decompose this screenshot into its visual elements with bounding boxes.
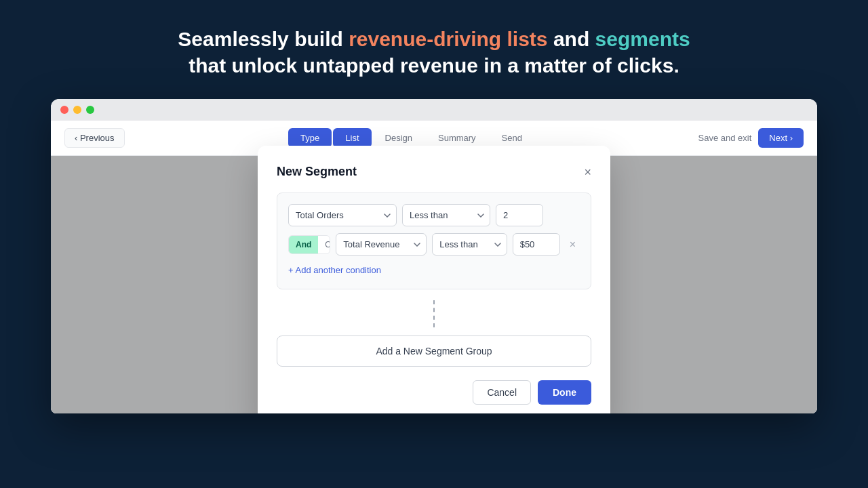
connector-line xyxy=(433,300,435,327)
browser-titlebar xyxy=(51,99,817,121)
browser-window: ‹ Previous Type List Design Summary Send… xyxy=(51,99,817,413)
hero-accent-orange: revenue-driving lists xyxy=(349,28,547,50)
tab-summary[interactable]: Summary xyxy=(426,128,488,148)
modal-header: New Segment × xyxy=(277,165,591,179)
condition1-metric-select[interactable]: Total Orders xyxy=(288,204,397,226)
add-condition-button[interactable]: + Add another condition xyxy=(288,262,381,278)
condition2-value-input[interactable] xyxy=(513,233,560,256)
window-close-dot[interactable] xyxy=(60,106,68,114)
hero-accent-teal: segments xyxy=(595,28,690,50)
hero-line1: Seamlessly build revenue-driving lists a… xyxy=(178,26,690,52)
condition-row-2: And Or Total Revenue Less than × xyxy=(288,233,580,256)
app-content: Select the conditions. Conditions. New S… xyxy=(51,156,817,413)
add-segment-group-button[interactable]: Add a New Segment Group xyxy=(277,336,591,367)
and-or-toggle: And Or xyxy=(288,235,330,254)
condition2-operator-select[interactable]: Less than xyxy=(432,233,507,256)
save-exit-button[interactable]: Save and exit xyxy=(698,133,752,143)
condition1-value-input[interactable] xyxy=(496,204,543,226)
window-maximize-dot[interactable] xyxy=(86,106,94,114)
and-button[interactable]: And xyxy=(289,236,318,253)
new-segment-modal: New Segment × Total Orders Less than xyxy=(258,146,610,413)
nav-tabs: Type List Design Summary Send xyxy=(288,128,534,148)
hero-plain-text: Seamlessly build xyxy=(178,28,349,50)
modal-title: New Segment xyxy=(277,165,357,179)
cancel-button[interactable]: Cancel xyxy=(473,380,531,405)
hero-and-text: and xyxy=(548,28,595,50)
condition-row-1: Total Orders Less than xyxy=(288,204,580,226)
hero-section: Seamlessly build revenue-driving lists a… xyxy=(164,0,703,99)
tab-type[interactable]: Type xyxy=(288,128,332,148)
hero-line2: that unlock untapped revenue in a matter… xyxy=(178,52,690,79)
segment-group: Total Orders Less than And Or xyxy=(277,192,591,289)
connector xyxy=(277,300,591,327)
next-button[interactable]: Next › xyxy=(758,128,804,148)
modal-footer: Cancel Done xyxy=(277,380,591,405)
nav-left: ‹ Previous xyxy=(64,128,125,148)
condition2-remove-button[interactable]: × xyxy=(566,237,580,252)
modal-overlay: New Segment × Total Orders Less than xyxy=(51,156,817,413)
previous-button[interactable]: ‹ Previous xyxy=(64,128,125,148)
window-minimize-dot[interactable] xyxy=(73,106,81,114)
modal-close-button[interactable]: × xyxy=(584,166,591,178)
tab-send[interactable]: Send xyxy=(490,128,534,148)
or-button[interactable]: Or xyxy=(318,236,330,253)
tab-list[interactable]: List xyxy=(333,128,371,148)
done-button[interactable]: Done xyxy=(538,380,591,405)
tab-design[interactable]: Design xyxy=(373,128,425,148)
nav-right: Save and exit Next › xyxy=(698,128,804,148)
condition2-metric-select[interactable]: Total Revenue xyxy=(336,233,427,256)
condition1-operator-select[interactable]: Less than xyxy=(402,204,490,226)
